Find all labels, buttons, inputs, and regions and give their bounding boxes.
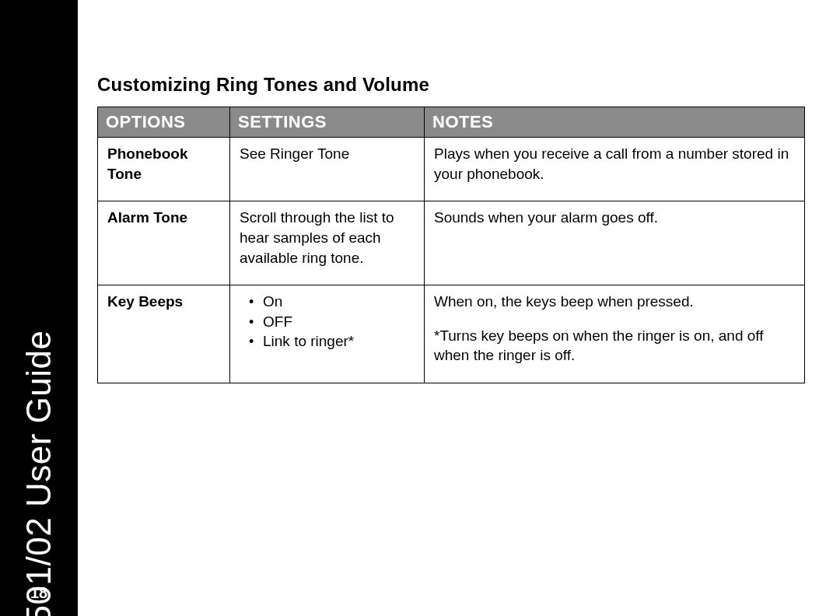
notes-text: When on, the keys beep when pressed.	[434, 292, 795, 312]
table-row: Key Beeps On OFF Link to ringer* When on…	[98, 285, 805, 383]
table-row: Alarm Tone Scroll through the list to he…	[98, 201, 805, 285]
settings-cell: Scroll through the list to hear samples …	[230, 201, 425, 285]
notes-footnote: *Turns key beeps on when the ringer is o…	[434, 326, 795, 366]
col-header-notes: NOTES	[425, 107, 805, 138]
col-header-options: OPTIONS	[98, 107, 230, 138]
notes-cell: When on, the keys beep when pressed. *Tu…	[425, 285, 805, 383]
settings-cell: On OFF Link to ringer*	[230, 285, 425, 383]
guide-title: SD7501/02 User Guide	[19, 331, 58, 616]
table-row: Phonebook Tone See Ringer Tone Plays whe…	[98, 138, 805, 201]
option-cell: Phonebook Tone	[98, 138, 230, 201]
sidebar: SD7501/02 User Guide 18	[0, 0, 78, 616]
settings-list: On OFF Link to ringer*	[240, 292, 415, 352]
settings-cell: See Ringer Tone	[230, 138, 425, 201]
list-item: On	[250, 292, 415, 312]
table-header-row: OPTIONS SETTINGS NOTES	[98, 107, 805, 138]
settings-table: OPTIONS SETTINGS NOTES Phonebook Tone Se…	[97, 107, 805, 383]
option-cell: Alarm Tone	[98, 201, 230, 285]
content-area: Customizing Ring Tones and Volume OPTION…	[97, 74, 805, 383]
col-header-settings: SETTINGS	[230, 107, 425, 138]
notes-cell: Plays when you receive a call from a num…	[425, 138, 805, 201]
page-number: 18	[0, 584, 78, 602]
notes-cell: Sounds when your alarm goes off.	[425, 201, 805, 285]
manual-page: SD7501/02 User Guide 18 Customizing Ring…	[0, 0, 840, 616]
list-item: OFF	[250, 312, 415, 332]
section-heading: Customizing Ring Tones and Volume	[97, 74, 805, 96]
option-cell: Key Beeps	[98, 285, 230, 383]
list-item: Link to ringer*	[250, 331, 415, 352]
